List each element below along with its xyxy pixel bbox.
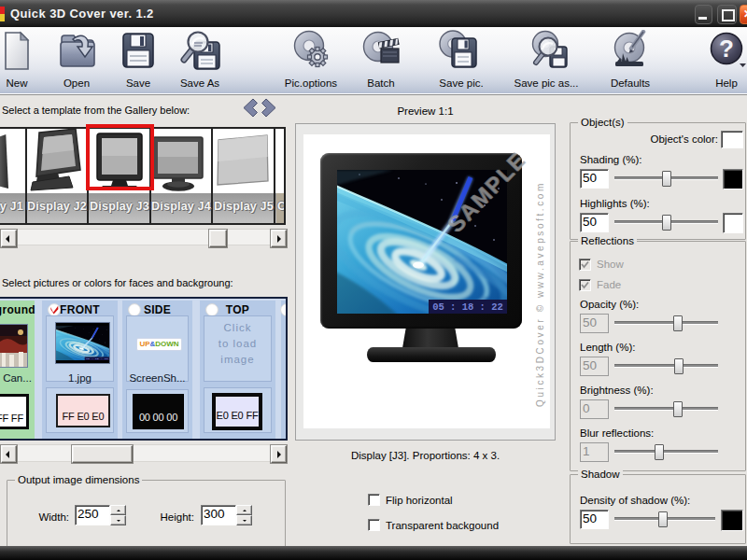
svg-text:?: ? xyxy=(719,35,734,63)
svg-text:05 : 18 : 22: 05 : 18 : 22 xyxy=(432,301,503,313)
